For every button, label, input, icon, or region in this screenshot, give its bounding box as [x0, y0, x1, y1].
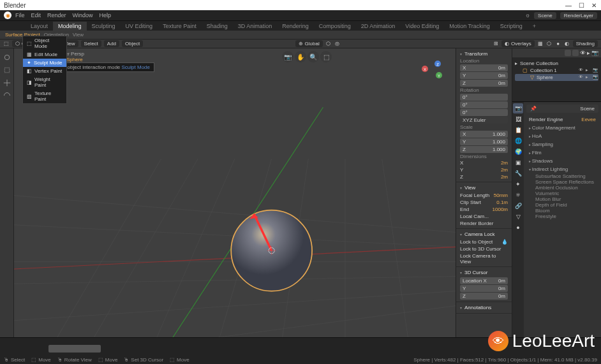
nav-gizmo[interactable]: Z X Y	[419, 57, 444, 83]
ws-shading[interactable]: Shading	[202, 22, 233, 31]
sub-sss[interactable]: Subsurface Scattering	[526, 173, 598, 179]
sub-vol[interactable]: Volumetric	[526, 191, 598, 196]
ws-3danim[interactable]: 3D Animation	[233, 22, 278, 31]
sec-colormgmt[interactable]: Color Management	[526, 124, 598, 132]
cursor-x[interactable]: Location X0m	[460, 277, 508, 284]
viewlayer-tab[interactable]: 📋	[513, 125, 523, 135]
snap-icon[interactable]: ⬡	[325, 40, 332, 48]
select-header-icon[interactable]: ▸	[587, 50, 590, 56]
object-menu[interactable]: Object	[122, 40, 143, 47]
ws-modeling[interactable]: Modeling	[53, 22, 87, 31]
physics-tab[interactable]: ⚛	[513, 190, 523, 200]
sec-sampling[interactable]: Sampling	[526, 140, 598, 149]
ws-layout[interactable]: Layout	[26, 22, 53, 31]
maximize-button[interactable]: ☐	[578, 2, 584, 8]
menu-help[interactable]: Help	[97, 12, 114, 18]
sub-freestyle[interactable]: Freestyle	[526, 214, 598, 219]
view-header-np[interactable]: View	[460, 184, 508, 192]
loc-x[interactable]: X0m	[460, 64, 508, 71]
ws-uv[interactable]: UV Editing	[121, 22, 158, 31]
menu-window[interactable]: Window	[70, 12, 96, 18]
mode-weightpaint[interactable]: ◨Weight Paint	[23, 75, 66, 89]
ws-sculpting[interactable]: Sculpting	[87, 22, 121, 31]
shading-dropdown[interactable]: Shading	[573, 40, 598, 47]
proportional-icon[interactable]: ◎	[334, 40, 341, 48]
mode-edit[interactable]: ▦Edit Mode	[23, 50, 66, 59]
overlays-toggle[interactable]: ◐ Overlays	[501, 40, 535, 47]
viewport-pan-icon[interactable]: ✋	[295, 51, 306, 62]
ws-add[interactable]: +	[528, 22, 541, 31]
output-tab[interactable]: 🖼	[513, 114, 523, 124]
lockcamera-check[interactable]: Lock Camera to View	[460, 252, 508, 265]
sub-ssr[interactable]: Screen Space Reflections	[526, 179, 598, 185]
render-header-icon[interactable]: 📷	[591, 50, 598, 56]
rot-y[interactable]: 0°	[460, 101, 508, 108]
sub-dof[interactable]: Depth of Field	[526, 202, 598, 208]
gizmo-toggle-icon[interactable]: ⊞	[492, 40, 500, 48]
mode-object[interactable]: ⬚Object Mode	[23, 36, 66, 50]
transform-tool[interactable]	[1, 90, 13, 101]
timeline-scrubber[interactable]	[48, 345, 101, 353]
rot-x[interactable]: 0°	[460, 94, 508, 101]
renderlayer-selector[interactable]: RenderLayer	[560, 12, 597, 19]
cursor-tool[interactable]	[1, 52, 13, 63]
scl-y[interactable]: Y1.000	[460, 138, 508, 145]
annotations-header[interactable]: Annotations	[460, 303, 508, 312]
rot-z[interactable]: 0°	[460, 109, 508, 116]
material-tab[interactable]: ●	[513, 222, 523, 233]
mesh-tab[interactable]: ▽	[513, 212, 523, 222]
rotation-mode[interactable]: XYZ Euler	[460, 117, 508, 124]
scl-x[interactable]: X1.000	[460, 131, 508, 138]
tool-view[interactable]: View	[73, 32, 84, 38]
select-menu[interactable]: Select	[81, 40, 101, 47]
lookdev-icon[interactable]: ◐	[563, 40, 571, 48]
world-tab[interactable]: 🌍	[513, 147, 523, 157]
scene-pin-icon[interactable]: 📌	[530, 106, 537, 112]
mode-vertexpaint[interactable]: ◧Vertex Paint	[23, 67, 66, 75]
add-menu[interactable]: Add	[104, 40, 119, 47]
menu-edit[interactable]: Edit	[29, 12, 44, 18]
engine-value[interactable]: Eevee	[581, 117, 596, 122]
ws-rendering[interactable]: Rendering	[277, 22, 314, 31]
sec-indirect[interactable]: Indirect Lighting	[526, 165, 598, 173]
ws-texpaint[interactable]: Texture Paint	[158, 22, 202, 31]
ws-scripting[interactable]: Scripting	[495, 22, 528, 31]
transform-header[interactable]: Transform	[460, 50, 508, 58]
cursor3d-header[interactable]: 3D Cursor	[460, 268, 508, 277]
sub-mblur[interactable]: Motion Blur	[526, 196, 598, 202]
move-tool[interactable]	[1, 77, 13, 89]
ws-comp[interactable]: Compositing	[314, 22, 356, 31]
sec-hoa[interactable]: HoA	[526, 132, 598, 140]
modifier-tab[interactable]: 🔧	[513, 168, 523, 178]
sub-ao[interactable]: Ambient Occlusion	[526, 185, 598, 191]
cursor-z[interactable]: Z0m	[460, 293, 508, 300]
eye-header-icon[interactable]: 👁	[580, 50, 586, 56]
constraint-tab[interactable]: 🔗	[513, 201, 523, 211]
minimize-button[interactable]: —	[565, 2, 572, 8]
ws-motion[interactable]: Motion Tracking	[444, 22, 495, 31]
menu-file[interactable]: File	[13, 12, 27, 18]
clipend-value[interactable]: 1000m	[493, 207, 508, 212]
mode-texpaint[interactable]: ▨Texture Paint	[23, 89, 66, 103]
loc-y[interactable]: Y0m	[460, 72, 508, 79]
select-tool[interactable]	[1, 64, 13, 76]
loc-z[interactable]: Z0m	[460, 80, 508, 87]
mode-sculpt[interactable]: ✦Sculpt Mode	[23, 59, 66, 67]
cameralock-header[interactable]: Camera Lock	[460, 230, 508, 238]
editor-type-icon[interactable]: ⬚	[3, 40, 10, 48]
collection-row[interactable]: ▢ Collection 1 👁▸📷	[515, 67, 598, 74]
eyedropper-icon[interactable]: 💧	[501, 239, 508, 245]
cursor-y[interactable]: Y0m	[460, 285, 508, 292]
sub-bloom[interactable]: Bloom	[526, 208, 598, 214]
viewport-persp-icon[interactable]: ⬚	[320, 51, 332, 62]
solid-icon[interactable]: ●	[554, 40, 562, 48]
scene-selector[interactable]: Scene	[534, 12, 556, 19]
object-tab[interactable]: ▣	[513, 157, 523, 168]
focal-value[interactable]: 50mm	[494, 193, 508, 198]
sec-film[interactable]: Film	[526, 149, 598, 157]
search-icon[interactable]	[572, 50, 579, 56]
scene-tab[interactable]: 🌐	[513, 136, 523, 146]
scl-z[interactable]: Z1.000	[460, 146, 508, 153]
wireframe-icon[interactable]: ⬡	[545, 40, 553, 48]
ws-video[interactable]: Video Editing	[400, 22, 444, 31]
